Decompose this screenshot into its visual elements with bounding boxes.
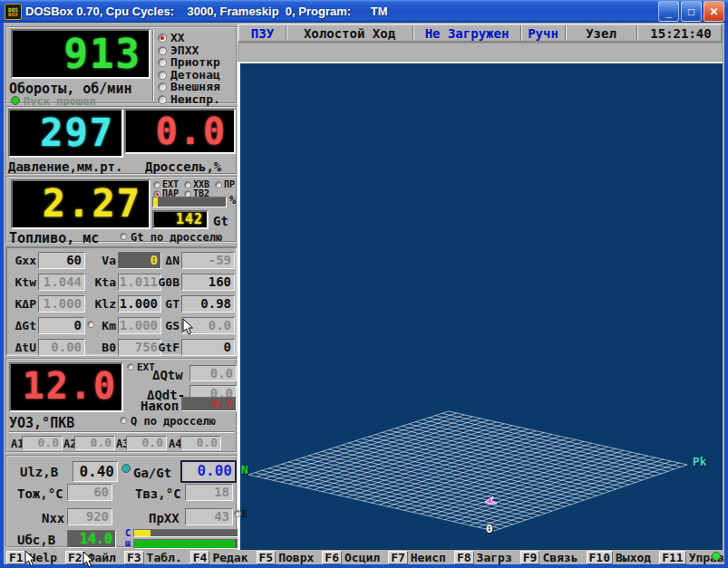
gt-by-throttle-radio[interactable] [120,233,127,240]
menu-item-ПЗУ[interactable]: ПЗУ [239,25,286,41]
rpm-value: 913 [13,31,149,78]
fkey-F8[interactable]: F8Загрз [454,551,512,564]
uoz-display: 12.0 [9,362,123,412]
fkey-label-F6[interactable]: Осцил [345,551,380,564]
close-button[interactable]: ✕ [704,1,724,22]
e-radio[interactable] [234,510,241,517]
field-gagt[interactable]: 0.00 [180,460,237,483]
mode-option-Неиспр.[interactable]: Неиспр. [158,92,220,106]
param-label-Va: Va [92,254,116,267]
menu-item-Холостой Ход[interactable]: Холостой Ход [286,25,413,41]
dosbox-window: DOSBOX DOSBox 0.70, Cpu Cycles: 3000, Fr… [0,0,728,568]
mode-radio-Внешняя[interactable] [158,82,167,91]
fkey-F2[interactable]: F2Файл [65,551,116,564]
field-ΔtU: 0.00 [38,339,85,356]
fkey-label-F10[interactable]: Выход [616,551,651,564]
mode-radio-XX[interactable] [158,34,167,43]
fkey-F7[interactable]: F7Неисп [388,551,446,564]
fkey-keycap-F9[interactable]: F9 [520,551,540,564]
fkey-keycap-F2[interactable]: F2 [65,551,85,564]
fkey-F4[interactable]: F4Редак [190,551,248,564]
c-bar [133,529,238,537]
fkey-label-F2[interactable]: Файл [88,551,116,564]
fkey-keycap-F4[interactable]: F4 [190,551,210,564]
fkey-keycap-F6[interactable]: F6 [322,551,342,564]
fkey-label-F1[interactable]: Help [29,551,57,564]
fkey-F3[interactable]: F3Табл. [124,551,182,564]
field-A1: 0.0 [22,436,63,450]
ubs-label: Uбс,В [17,533,55,547]
title-bar[interactable]: DOSBOX DOSBox 0.70, Cpu Cycles: 3000, Fr… [0,0,728,23]
mode-radio-Детонац[interactable] [158,71,167,80]
fuel-flag-radio-EXT[interactable] [153,181,160,188]
fkey-keycap-F1[interactable]: F1 [6,551,26,564]
fkey-F5[interactable]: F5Поврх [257,551,315,564]
status-menu-bar: ПЗУХолостой ХодНе ЗагруженРучнУзел15:21:… [238,24,723,43]
menu-item-Узел[interactable]: Узел [566,25,637,41]
fkey-keycap-F5[interactable]: F5 [257,551,277,564]
axis-label-pk: Pk [693,455,707,468]
fkey-F10[interactable]: F10Выход [587,551,652,564]
field-Ktw: 1.044 [38,274,85,291]
gt-by-throttle-label: Gt по дросселю [131,231,222,244]
fkey-label-F9[interactable]: Связь [542,551,578,564]
fkey-F9[interactable]: F9Связь [520,551,578,564]
field-ΔN: -59 [181,252,235,269]
pressure-panel: 297 0.0 Давление,мм.рт. Дроссель,% [5,106,238,175]
field-ubs: 14.0 [67,530,116,548]
menu-item-Ручн[interactable]: Ручн [521,25,566,41]
fuel-flag-ПР[interactable]: ПР [215,179,235,189]
e-radio-label: Е [242,509,248,519]
fkey-label-F5[interactable]: Поврх [278,551,314,564]
field-GS: 0.0 [181,317,235,334]
uoz-ext-radio[interactable] [127,363,134,371]
gt-display: 142 [152,210,209,229]
pressure-display: 297 [8,109,123,158]
param-label-Kta: Kta [92,275,116,289]
sh-bar [133,539,238,549]
param-label-ΔtU: ΔtU [9,341,36,354]
menu-item-15:21:40: 15:21:40 [637,25,724,41]
mode-radio-Приоткр[interactable] [158,58,167,67]
field-A3: 0.0 [126,436,167,450]
uoz-label: УОЗ,°ПКВ [9,415,74,431]
fkey-keycap-F10[interactable]: F10 [587,551,613,564]
minimize-button[interactable]: _ [658,1,679,22]
fkey-label-F8[interactable]: Загрз [477,551,512,564]
param-label-KΔP: KΔP [9,297,36,311]
fkey-keycap-F8[interactable]: F8 [454,551,474,564]
q-by-throttle-radio[interactable] [120,417,127,424]
fkey-keycap-F11[interactable]: F11 [659,551,685,564]
field-Km: 1.000 [118,317,161,334]
fuel-percent-bar [152,197,227,207]
fkey-label-F4[interactable]: Редак [212,551,248,564]
fkey-keycap-F3[interactable]: F3 [124,551,144,564]
fkey-label-F3[interactable]: Табл. [147,551,182,564]
rpm-display: 913 [11,29,150,79]
pressure-value: 297 [10,111,121,156]
nakop-label: Накоп [141,399,179,413]
throttle-value: 0.0 [126,111,234,152]
maximize-button[interactable]: □ [681,1,702,22]
param-label-ΔGt: ΔGt [9,319,36,332]
surface-mesh [240,63,723,550]
fuel-flag-radio-ХХВ[interactable] [184,181,191,188]
fuel-flag-radio-ПР[interactable] [215,181,222,188]
mode-radio-Неиспр.[interactable] [158,95,167,104]
measure-panel: Ulz,В 0.40 Ga/Gt 0.00 Тож,°С 60 Твз,°С 1… [5,455,238,548]
surface-plot-area[interactable]: N Pk 0 [238,62,723,550]
uoz-panel: 12.0 EXT ΔQtw 0.0 ΔQdt- 0.0 Накоп 3.7 УО… [5,358,238,453]
fkey-F1[interactable]: F1Help [6,551,57,564]
axis-label-zero: 0 [486,522,493,535]
fuel-percent-label: % [229,194,236,207]
fkey-F6[interactable]: F6Осцил [322,551,380,564]
fkey-label-F7[interactable]: Неисп [411,551,446,564]
field-tvz: 18 [185,484,233,501]
fuel-panel: 2.27 EXTХХВПРПАРТВ2 % 142 Gt Топливо, мс… [5,176,238,243]
mode-radio-ЭПХХ[interactable] [158,46,167,55]
throttle-display: 0.0 [124,109,236,154]
menu-item-Не Загружен[interactable]: Не Загружен [413,25,521,41]
field-Va[interactable]: 0 [118,252,161,269]
fkey-keycap-F7[interactable]: F7 [388,551,408,564]
param-label-Km: Km [92,319,116,332]
